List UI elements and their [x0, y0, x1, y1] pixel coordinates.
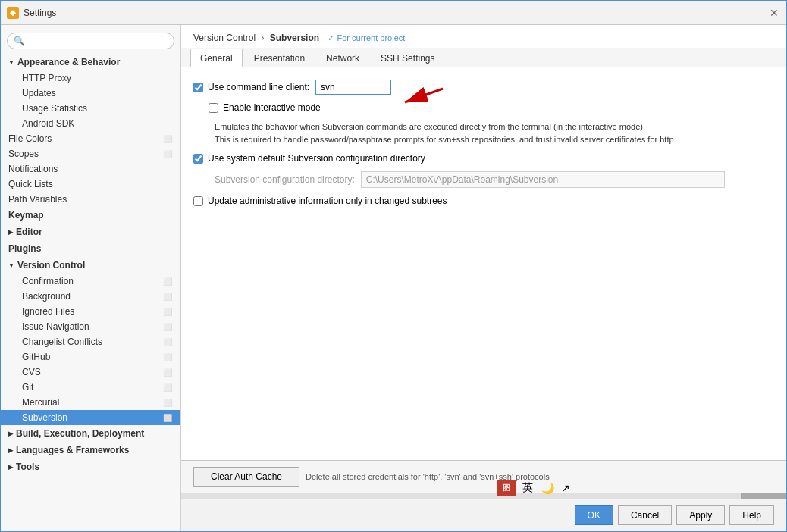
scrollbar-area[interactable]	[181, 493, 786, 499]
help-button[interactable]: Help	[729, 505, 774, 525]
update-admin-label[interactable]: Update administrative information only i…	[193, 196, 447, 206]
taskbar-icons: 图 英 🌙 ↗	[497, 480, 574, 496]
sidebar-item-android-sdk[interactable]: Android SDK	[1, 116, 180, 131]
dialog-buttons: 图 英 🌙 ↗ OK Cancel Apply Help	[181, 499, 786, 531]
scrollbar-thumb[interactable]	[741, 493, 786, 499]
sidebar-section-appearance[interactable]: Appearance & Behavior	[1, 54, 180, 70]
config-dir-row: Subversion configuration directory:	[193, 171, 774, 188]
breadcrumb-arrow: ›	[261, 33, 266, 43]
cmd-client-row: Use command line client:	[193, 80, 774, 95]
sidebar-item-changelist-conflicts[interactable]: Changelist Conflicts ⬜	[1, 334, 180, 349]
sidebar-section-languages[interactable]: Languages & Frameworks	[1, 442, 180, 458]
sidebar-item-git[interactable]: Git ⬜	[1, 380, 180, 395]
sidebar-section-editor[interactable]: Editor	[1, 224, 180, 240]
tab-general[interactable]: General	[190, 49, 243, 67]
sidebar-item-quick-lists[interactable]: Quick Lists	[1, 177, 180, 192]
sidebar-item-updates[interactable]: Updates	[1, 86, 180, 101]
sidebar-item-path-variables[interactable]: Path Variables	[1, 192, 180, 207]
project-link[interactable]: ✓ For current project	[328, 33, 405, 42]
sidebar-section-label-appearance: Appearance & Behavior	[17, 57, 120, 67]
main-content: Version Control › Subversion ✓ For curre…	[181, 25, 786, 531]
sidebar-item-scopes[interactable]: Scopes ⬜	[1, 146, 180, 161]
cmd-client-checkbox-label[interactable]: Use command line client:	[193, 82, 309, 92]
apply-button[interactable]: Apply	[676, 505, 725, 525]
interactive-mode-checkbox[interactable]	[209, 103, 218, 113]
cmd-client-label: Use command line client:	[208, 82, 309, 92]
system-dir-checkbox[interactable]	[193, 154, 203, 164]
search-icon: 🔍	[14, 36, 25, 46]
sidebar-item-usage-statistics[interactable]: Usage Statistics	[1, 101, 180, 116]
issue-navigation-icon: ⬜	[162, 321, 173, 332]
bottom-bar: Clear Auth Cache Delete all stored crede…	[181, 460, 786, 493]
sidebar-item-mercurial[interactable]: Mercurial ⬜	[1, 395, 180, 410]
ignored-files-icon: ⬜	[162, 306, 173, 317]
mercurial-icon: ⬜	[162, 397, 173, 408]
arrow-svg	[375, 81, 473, 115]
ok-button[interactable]: OK	[575, 505, 613, 525]
sidebar-item-background[interactable]: Background ⬜	[1, 289, 180, 304]
sidebar-item-subversion[interactable]: Subversion ⬜	[1, 410, 180, 425]
tab-network[interactable]: Network	[316, 49, 369, 67]
git-icon: ⬜	[162, 382, 173, 393]
title-bar-left: ◆ Settings	[7, 7, 56, 19]
cvs-icon: ⬜	[162, 367, 173, 377]
sidebar-item-github[interactable]: GitHub ⬜	[1, 349, 180, 365]
description-text: Emulates the behavior when Subversion co…	[215, 120, 745, 146]
sidebar-section-version-control[interactable]: Version Control	[1, 257, 180, 274]
search-input[interactable]	[28, 36, 168, 46]
sidebar-item-confirmation[interactable]: Confirmation ⬜	[1, 274, 180, 289]
tab-ssh-settings[interactable]: SSH Settings	[371, 49, 444, 67]
sidebar-section-build[interactable]: Build, Execution, Deployment	[1, 425, 180, 442]
scopes-icon: ⬜	[162, 149, 173, 159]
close-button[interactable]: ✕	[768, 7, 780, 19]
system-dir-label[interactable]: Use system default Subversion configurat…	[193, 153, 425, 164]
sidebar-item-cvs[interactable]: CVS ⬜	[1, 365, 180, 380]
app-icon: ◆	[7, 7, 19, 19]
sidebar-section-label-vc: Version Control	[17, 260, 85, 271]
system-dir-row: Use system default Subversion configurat…	[193, 153, 774, 164]
breadcrumb-current: Subversion	[270, 33, 319, 43]
clear-auth-cache-button[interactable]: Clear Auth Cache	[193, 467, 299, 487]
sidebar-item-file-colors[interactable]: File Colors ⬜	[1, 131, 180, 146]
sidebar-item-issue-navigation[interactable]: Issue Navigation ⬜	[1, 319, 180, 334]
cmd-client-checkbox[interactable]	[193, 83, 203, 92]
changelist-conflicts-icon: ⬜	[162, 336, 173, 347]
sidebar: 🔍 Appearance & Behavior HTTP Proxy Updat…	[1, 25, 181, 531]
background-icon: ⬜	[162, 291, 173, 302]
taskbar-icon-arrow: ↗	[557, 480, 574, 496]
cancel-button[interactable]: Cancel	[618, 505, 672, 525]
update-admin-row: Update administrative information only i…	[193, 196, 774, 206]
sidebar-item-plugins[interactable]: Plugins	[1, 240, 180, 257]
sidebar-item-http-proxy[interactable]: HTTP Proxy	[1, 70, 180, 86]
search-box[interactable]: 🔍	[7, 33, 174, 49]
sidebar-item-ignored-files[interactable]: Ignored Files ⬜	[1, 304, 180, 319]
tab-presentation[interactable]: Presentation	[244, 49, 315, 67]
window-title: Settings	[24, 8, 56, 18]
title-bar: ◆ Settings ✕	[1, 1, 786, 25]
dir-label: Subversion configuration directory:	[215, 174, 355, 185]
confirmation-icon: ⬜	[162, 276, 173, 286]
content-area: Use command line client:	[181, 67, 786, 460]
tabs-bar: General Presentation Network SSH Setting…	[181, 48, 786, 67]
update-admin-checkbox[interactable]	[193, 196, 203, 206]
window-body: 🔍 Appearance & Behavior HTTP Proxy Updat…	[1, 25, 786, 531]
taskbar-icon-moon: 🌙	[539, 480, 556, 496]
taskbar-icon-red: 图	[497, 480, 516, 496]
sidebar-item-keymap[interactable]: Keymap	[1, 207, 180, 224]
dir-input[interactable]	[361, 171, 725, 188]
subversion-icon: ⬜	[162, 412, 173, 423]
sidebar-item-notifications[interactable]: Notifications	[1, 161, 180, 177]
github-icon: ⬜	[162, 352, 173, 362]
taskbar-icon-english: 英	[518, 480, 538, 496]
file-colors-icon: ⬜	[162, 133, 173, 144]
interactive-mode-label[interactable]: Enable interactive mode	[209, 102, 321, 113]
interactive-mode-row: Enable interactive mode	[209, 102, 774, 113]
breadcrumb: Version Control › Subversion ✓ For curre…	[181, 25, 786, 48]
settings-window: ◆ Settings ✕ 🔍 Appearance & Behavior HTT…	[0, 0, 787, 532]
breadcrumb-path: Version Control	[193, 33, 256, 43]
sidebar-section-tools[interactable]: Tools	[1, 458, 180, 475]
